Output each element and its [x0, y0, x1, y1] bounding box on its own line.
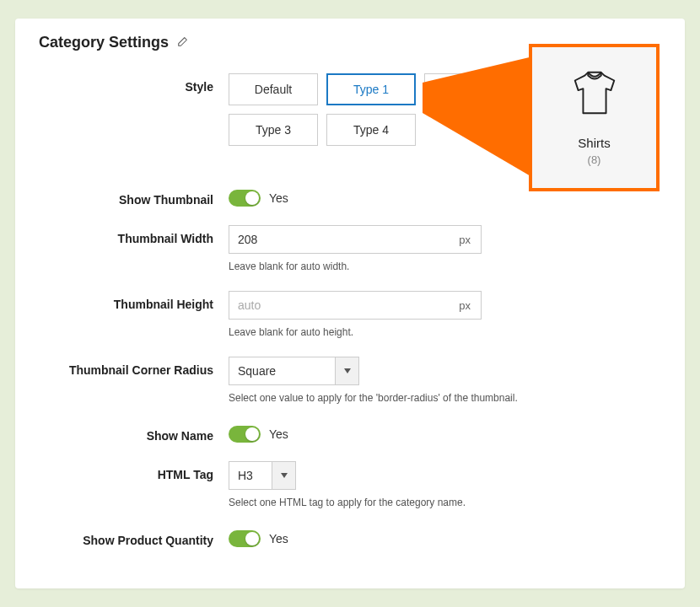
toggle-show-thumbnail[interactable] [229, 190, 261, 207]
label-thumb-width: Thumbnail Width [39, 225, 229, 245]
help-html-tag: Select one HTML tag to apply for the cat… [229, 497, 661, 508]
label-show-qty: Show Product Quantity [39, 527, 229, 547]
unit-thumb-width: px [449, 234, 481, 246]
pencil-icon[interactable] [177, 35, 189, 51]
select-html-tag[interactable]: H3 [229, 461, 296, 490]
row-show-name: Show Name Yes [39, 422, 661, 443]
toggle-show-qty[interactable] [229, 530, 261, 547]
style-option-type1[interactable]: Type 1 [326, 73, 416, 105]
select-corner-radius[interactable]: Square [229, 357, 359, 385]
control-corner-radius: Square Select one value to apply for the… [229, 357, 661, 404]
category-settings-panel: Category Settings Style Default Type 1 T… [15, 19, 685, 588]
row-thumb-height: Thumbnail Height px Leave blank for auto… [39, 291, 661, 338]
toggle-show-name-value: Yes [269, 427, 288, 441]
row-corner-radius: Thumbnail Corner Radius Square Select on… [39, 357, 661, 404]
input-thumb-width[interactable] [229, 233, 449, 246]
input-thumb-height-wrap: px [229, 291, 482, 320]
control-show-name: Yes [229, 422, 661, 443]
highlight-wedge [423, 56, 536, 180]
chevron-down-icon [272, 462, 295, 489]
label-show-thumbnail: Show Thumbnail [39, 186, 229, 207]
control-html-tag: H3 Select one HTML tag to apply for the … [229, 461, 661, 508]
label-html-tag: HTML Tag [39, 461, 229, 481]
input-thumb-width-wrap: px [229, 225, 482, 254]
label-corner-radius: Thumbnail Corner Radius [39, 357, 229, 377]
select-html-tag-value: H3 [229, 462, 272, 489]
toggle-show-qty-value: Yes [269, 532, 288, 545]
style-option-type3[interactable]: Type 3 [229, 114, 318, 146]
label-style: Style [39, 73, 229, 94]
control-thumb-width: px Leave blank for auto width. [229, 225, 661, 272]
style-option-default[interactable]: Default [229, 73, 318, 105]
help-corner-radius: Select one value to apply for the 'borde… [229, 392, 661, 404]
select-corner-radius-value: Square [229, 357, 335, 384]
style-option-type4[interactable]: Type 4 [326, 114, 416, 146]
shirt-icon [568, 70, 621, 121]
style-preview-card: Shirts (8) [529, 44, 660, 191]
preview-name: Shirts [578, 136, 610, 150]
control-thumb-height: px Leave blank for auto height. [229, 291, 661, 338]
help-thumb-height: Leave blank for auto height. [229, 326, 661, 338]
toggle-show-name[interactable] [229, 426, 261, 443]
preview-count: (8) [588, 153, 601, 166]
input-thumb-height[interactable] [229, 298, 449, 312]
control-show-qty: Yes [229, 527, 661, 547]
row-show-qty: Show Product Quantity Yes [39, 527, 661, 547]
help-thumb-width: Leave blank for auto width. [229, 261, 661, 272]
row-html-tag: HTML Tag H3 Select one HTML tag to apply… [39, 461, 661, 508]
label-show-name: Show Name [39, 422, 229, 443]
toggle-show-thumbnail-value: Yes [269, 191, 288, 205]
section-title: Category Settings [39, 34, 169, 51]
unit-thumb-height: px [449, 299, 481, 312]
row-thumb-width: Thumbnail Width px Leave blank for auto … [39, 225, 661, 272]
chevron-down-icon [335, 357, 358, 384]
label-thumb-height: Thumbnail Height [39, 291, 229, 311]
